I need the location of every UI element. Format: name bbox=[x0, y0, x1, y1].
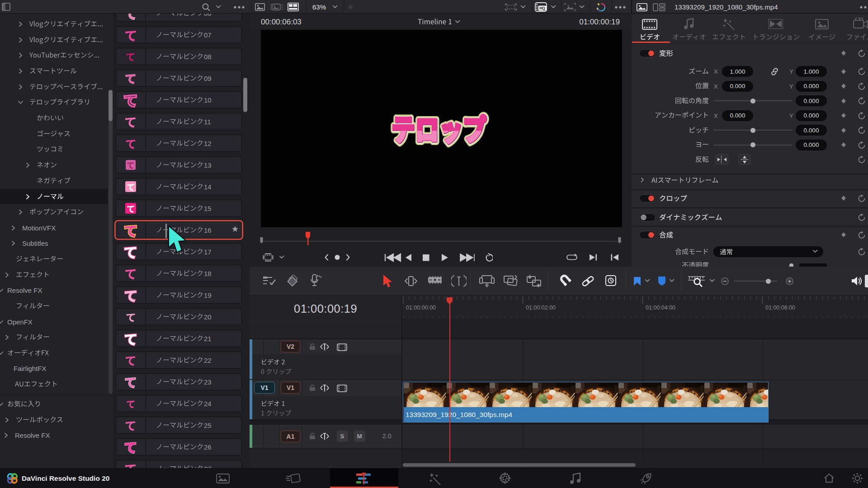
svg-text:HQ: HQ bbox=[539, 6, 545, 10]
